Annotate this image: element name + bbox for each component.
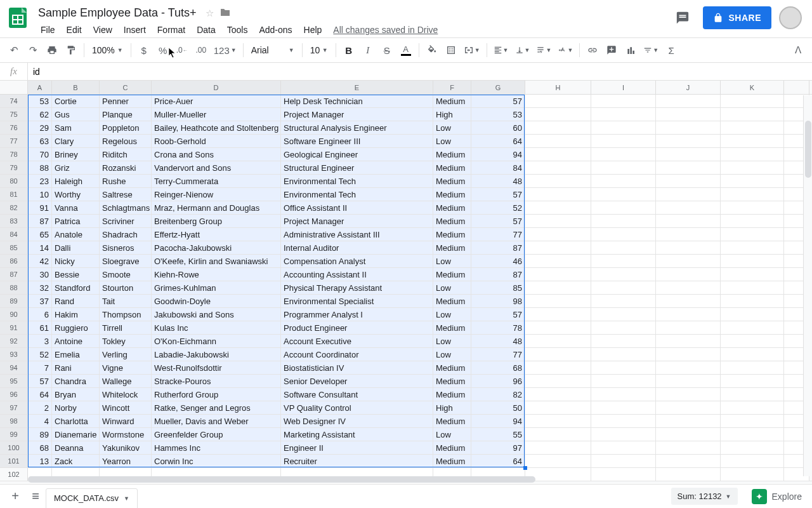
row-header[interactable]: 97 — [0, 401, 28, 414]
cell[interactable]: Ratke, Senger and Legros — [152, 401, 281, 414]
cell[interactable]: Administrative Assistant III — [281, 228, 433, 241]
cell[interactable] — [721, 135, 784, 147]
menu-file[interactable]: File — [36, 22, 60, 37]
cell[interactable]: Breitenberg Group — [152, 215, 281, 227]
cell[interactable] — [591, 401, 656, 414]
menu-view[interactable]: View — [88, 22, 117, 37]
doc-title[interactable]: Sample Employee Data - Tuts+ — [36, 5, 199, 21]
cell[interactable]: 53 — [28, 95, 52, 107]
cell[interactable] — [721, 121, 784, 134]
horizontal-align-button[interactable]: ▼ — [491, 41, 511, 59]
filter-button[interactable]: ▼ — [641, 41, 661, 59]
cell[interactable] — [656, 415, 721, 427]
menu-format[interactable]: Format — [152, 22, 190, 37]
row-header[interactable]: 87 — [0, 268, 28, 281]
cell[interactable] — [591, 241, 656, 254]
row-header[interactable]: 74 — [0, 95, 28, 107]
cell[interactable]: 97 — [471, 441, 525, 454]
cell[interactable] — [656, 455, 721, 467]
select-all-corner[interactable] — [0, 81, 28, 94]
row-header[interactable]: 92 — [0, 335, 28, 347]
col-header-A[interactable]: A — [28, 81, 52, 94]
cell[interactable]: Schlagtmans — [100, 201, 152, 214]
cell[interactable]: 42 — [28, 255, 52, 267]
cell[interactable] — [656, 295, 721, 307]
borders-button[interactable] — [442, 41, 460, 59]
row-header[interactable]: 96 — [0, 388, 28, 401]
row-header[interactable]: 80 — [0, 175, 28, 187]
cell[interactable]: Wallege — [100, 375, 152, 387]
cell[interactable]: Medium — [433, 228, 471, 241]
cell[interactable] — [656, 161, 721, 174]
cell[interactable] — [656, 121, 721, 134]
cell[interactable] — [721, 361, 784, 374]
cell[interactable] — [591, 335, 656, 347]
cell[interactable] — [656, 308, 721, 321]
all-sheets-button[interactable]: ≡ — [25, 486, 46, 507]
cell[interactable]: Medium — [433, 95, 471, 107]
cell[interactable]: Sam — [52, 121, 100, 134]
cell[interactable]: Thompson — [100, 308, 152, 321]
cell[interactable]: Low — [433, 121, 471, 134]
cell[interactable]: 98 — [471, 295, 525, 307]
cell[interactable]: Chandra — [52, 375, 100, 387]
cell[interactable]: Marketing Assistant — [281, 428, 433, 441]
cell[interactable]: 87 — [471, 268, 525, 281]
cell[interactable] — [721, 215, 784, 227]
cell[interactable]: Patrica — [52, 215, 100, 227]
cell[interactable] — [525, 281, 591, 294]
menu-add-ons[interactable]: Add-ons — [254, 22, 297, 37]
cell[interactable]: Wormstone — [100, 428, 152, 441]
cell[interactable]: 13 — [28, 455, 52, 467]
cell[interactable]: Charlotta — [52, 415, 100, 427]
col-header-G[interactable]: G — [471, 81, 525, 94]
bold-button[interactable]: B — [340, 41, 358, 59]
cell[interactable]: Grimes-Kuhlman — [152, 281, 281, 294]
cell[interactable] — [656, 175, 721, 187]
row-header[interactable]: 90 — [0, 308, 28, 321]
cell[interactable] — [656, 215, 721, 227]
explore-button[interactable]: ✦ Explore — [747, 486, 807, 507]
cell[interactable]: Low — [433, 281, 471, 294]
decrease-decimal-button[interactable]: .0← — [173, 41, 191, 59]
row-header[interactable]: 89 — [0, 295, 28, 307]
cell[interactable] — [525, 135, 591, 147]
zoom-select[interactable]: 100%▼ — [88, 45, 127, 55]
cell[interactable] — [721, 348, 784, 361]
cell[interactable]: 60 — [471, 121, 525, 134]
row-header[interactable]: 76 — [0, 121, 28, 134]
sum-chip[interactable]: Sum: 12132▼ — [671, 488, 738, 505]
cell[interactable]: Zack — [52, 455, 100, 467]
cell[interactable] — [525, 428, 591, 441]
text-wrap-button[interactable]: ▼ — [534, 41, 554, 59]
cell[interactable]: Cortie — [52, 95, 100, 107]
cell[interactable] — [721, 401, 784, 414]
formula-input[interactable] — [28, 63, 812, 80]
cell[interactable]: Web Designer IV — [281, 415, 433, 427]
row-header[interactable]: 100 — [0, 441, 28, 454]
cell[interactable]: 57 — [471, 215, 525, 227]
cell[interactable] — [591, 348, 656, 361]
cell[interactable]: 7 — [28, 361, 52, 374]
cell[interactable]: 6 — [28, 308, 52, 321]
cell[interactable] — [721, 175, 784, 187]
cell[interactable] — [721, 108, 784, 121]
cell[interactable]: Pacocha-Jakubowski — [152, 241, 281, 254]
cell[interactable]: Medium — [433, 295, 471, 307]
row-header[interactable]: 85 — [0, 241, 28, 254]
cell[interactable] — [525, 215, 591, 227]
row-header[interactable]: 94 — [0, 361, 28, 374]
cell[interactable] — [591, 295, 656, 307]
more-formats-button[interactable]: 123▼ — [211, 41, 239, 59]
font-size-select[interactable]: 10▼ — [306, 45, 332, 55]
row-header[interactable]: 98 — [0, 415, 28, 427]
cell[interactable]: 94 — [471, 148, 525, 161]
cell[interactable]: 3 — [28, 335, 52, 347]
cell[interactable]: Sloegrave — [100, 255, 152, 267]
cell[interactable]: 32 — [28, 281, 52, 294]
cell[interactable] — [525, 121, 591, 134]
row-header[interactable]: 95 — [0, 375, 28, 387]
cell[interactable]: Poppleton — [100, 121, 152, 134]
cell[interactable] — [591, 281, 656, 294]
cell[interactable]: Medium — [433, 241, 471, 254]
